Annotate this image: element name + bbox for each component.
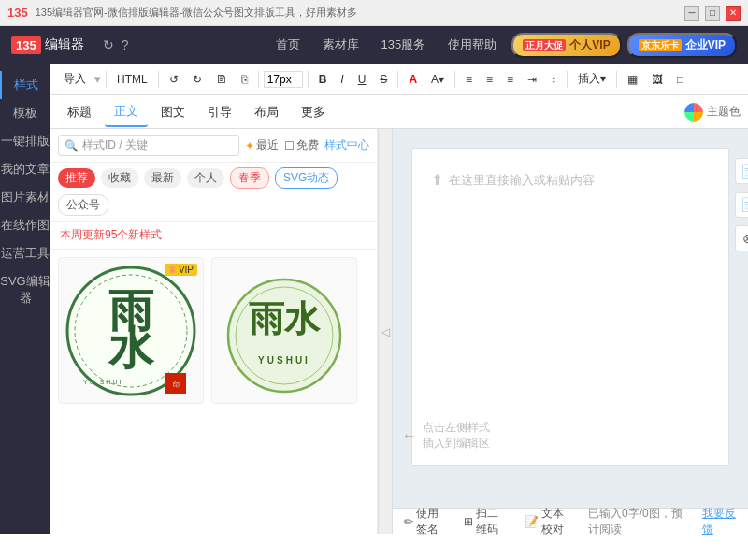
tab-guide[interactable]: 引导 xyxy=(198,98,241,126)
filter-gzh[interactable]: 公众号 xyxy=(58,194,108,216)
bottom-bar: ✏ 使用签名 ⊞ 扫二维码 📝 文本校对 已输入0字/0图，预计阅读 我要反馈 xyxy=(393,508,748,534)
nav-assets[interactable]: 素材库 xyxy=(323,36,359,53)
sidebar-item-onekey[interactable]: 一键排版 xyxy=(0,127,50,155)
editor-icon-doc2[interactable]: 📄 xyxy=(735,192,748,218)
svg-text:YUSHUI: YUSHUI xyxy=(258,355,310,366)
enterprise-vip-button[interactable]: 京东乐卡企业VIP xyxy=(627,33,737,58)
sidebar-item-style[interactable]: 样式 xyxy=(0,71,50,99)
update-notice: 本周更新95个新样式 xyxy=(50,222,377,250)
fontsize-input[interactable] xyxy=(264,71,303,88)
underline-button[interactable]: U xyxy=(352,71,372,88)
filter-personal[interactable]: 个人 xyxy=(187,168,224,188)
maximize-button[interactable]: □ xyxy=(705,6,720,21)
search-input-wrap[interactable]: 🔍 样式ID / 关键 xyxy=(58,135,239,156)
undo-button[interactable]: ↺ xyxy=(164,71,184,88)
table-button[interactable]: ▦ xyxy=(622,71,643,88)
insert-hint: ← 点击左侧样式插入到编辑区 xyxy=(402,420,490,452)
style-center-button[interactable]: 样式中心 xyxy=(324,137,369,153)
filter-spring[interactable]: 春季 xyxy=(230,167,269,189)
editor-paper[interactable]: ⬆ 在这里直接输入或粘贴内容 📄 📄 ⊗ xyxy=(411,148,729,466)
tab-content[interactable]: 正文 xyxy=(105,97,148,127)
personal-vip-button[interactable]: 正月大促个人VIP xyxy=(511,33,621,58)
qrcode-button[interactable]: ⊞ 扫二维码 xyxy=(464,506,509,538)
sign-button[interactable]: ✏ 使用签名 xyxy=(404,506,449,538)
sidebar-item-svg[interactable]: SVG编辑器 xyxy=(0,267,50,312)
sidebar-item-images[interactable]: 图片素材 xyxy=(0,183,50,211)
tab-more[interactable]: 更多 xyxy=(292,98,335,126)
art-svg-2: 雨水 YUSHUI xyxy=(214,261,354,401)
filter-svg-anim[interactable]: SVG动态 xyxy=(275,167,338,189)
sidebar-item-template[interactable]: 模板 xyxy=(0,99,50,127)
upload-icon: ⬆ xyxy=(431,171,443,189)
personal-vip-badge: 正月大促 xyxy=(523,39,566,51)
tab-image-text[interactable]: 图文 xyxy=(151,98,194,126)
minimize-button[interactable]: ─ xyxy=(684,6,699,21)
editor-icon-doc1[interactable]: 📄 xyxy=(735,158,748,184)
font-color-button[interactable]: A xyxy=(403,71,423,88)
search-icon: 🔍 xyxy=(65,139,79,152)
svg-text:印: 印 xyxy=(173,381,180,388)
enterprise-vip-badge: 京东乐卡 xyxy=(639,39,682,51)
sidebar: 样式 模板 一键排版 我的文章 图片素材 在线作图 运营工具 SVG编辑器 xyxy=(0,64,50,534)
nav-help[interactable]: 使用帮助 xyxy=(448,36,496,53)
filter-favorites[interactable]: 收藏 xyxy=(101,168,138,188)
titlebar: 135 135编辑器官网-微信排版编辑器-微信公众号图文排版工具，好用素材多 ─… xyxy=(0,0,748,26)
insert-button[interactable]: 插入▾ xyxy=(572,69,611,89)
filter-bar: 推荐 收藏 最新 个人 春季 SVG动态 公众号 xyxy=(50,163,377,222)
wand-icon: ✦ xyxy=(245,139,254,152)
recent-button[interactable]: ✦ 最近 xyxy=(245,137,279,153)
more-toolbar-button[interactable]: □ xyxy=(671,71,689,88)
toolbar-sep5 xyxy=(397,71,398,88)
style-card-1[interactable]: ♛ VIP 雨 水 xyxy=(58,257,204,404)
align-left-button[interactable]: ≡ xyxy=(460,71,478,88)
align-center-button[interactable]: ≡ xyxy=(481,71,498,88)
panel-toggle[interactable]: ◁ xyxy=(378,129,393,534)
toolbar-sep3 xyxy=(258,71,259,88)
line-spacing-button[interactable]: ↕ xyxy=(545,71,562,88)
proofread-button[interactable]: 📝 文本校对 xyxy=(525,506,573,538)
sidebar-item-myarticle[interactable]: 我的文章 xyxy=(0,155,50,183)
nav-service[interactable]: 135服务 xyxy=(381,36,426,53)
panel-area: 🔍 样式ID / 关键 ✦ 最近 ☐ 免费 样式中心 推荐 xyxy=(50,129,748,534)
tab-layout[interactable]: 布局 xyxy=(245,98,288,126)
feedback-button[interactable]: 我要反馈 xyxy=(702,506,737,538)
style-card-2[interactable]: 雨水 YUSHUI xyxy=(211,257,357,404)
import-button[interactable]: 导入 xyxy=(58,69,92,89)
italic-button[interactable]: I xyxy=(335,71,349,88)
image-button[interactable]: 🖼 xyxy=(646,71,669,88)
filter-recommended[interactable]: 推荐 xyxy=(58,168,95,188)
titlebar-title: 135编辑器官网-微信排版编辑器-微信公众号图文排版工具，好用素材多 xyxy=(36,6,684,20)
redo-button[interactable]: ↻ xyxy=(187,71,208,88)
toolbar: 导入 ▾ HTML ↺ ↻ 🖹 ⎘ B I U S A A▾ ≡ xyxy=(50,64,748,95)
sidebar-item-operations[interactable]: 运营工具 xyxy=(0,239,50,267)
crown-icon: ♛ xyxy=(168,265,177,275)
left-panel: 🔍 样式ID / 关键 ✦ 最近 ☐ 免费 样式中心 推荐 xyxy=(50,129,378,534)
tab-title[interactable]: 标题 xyxy=(58,98,101,126)
close-button[interactable]: ✕ xyxy=(726,6,741,21)
status-text: 已输入0字/0图，预计阅读 xyxy=(588,506,687,538)
help-button[interactable]: ? xyxy=(122,37,129,52)
editor-icon-close[interactable]: ⊗ xyxy=(735,225,748,251)
right-panel: ⬆ 在这里直接输入或粘贴内容 📄 📄 ⊗ ← 点击左侧样式插入 xyxy=(393,129,748,534)
checkbox-icon: ☐ xyxy=(284,139,295,152)
refresh-button[interactable]: ↻ xyxy=(103,37,114,52)
bold-button[interactable]: B xyxy=(313,71,333,88)
indent-button[interactable]: ⇥ xyxy=(522,71,542,88)
clear-button[interactable]: 🖹 xyxy=(210,71,233,88)
strike-button[interactable]: S xyxy=(374,71,393,88)
sidebar-item-drawing[interactable]: 在线作图 xyxy=(0,211,50,239)
check-icon: 📝 xyxy=(525,515,539,528)
highlight-button[interactable]: A▾ xyxy=(425,71,450,88)
copy-button[interactable]: ⎘ xyxy=(236,71,253,88)
free-button[interactable]: ☐ 免费 xyxy=(284,137,319,153)
toolbar-sep4 xyxy=(308,71,309,88)
logo-text-nav: 编辑器 xyxy=(45,36,84,53)
theme-color-button[interactable]: 主题色 xyxy=(684,103,741,122)
html-button[interactable]: HTML xyxy=(111,71,153,88)
filter-latest[interactable]: 最新 xyxy=(144,168,181,188)
vip-buttons: 正月大促个人VIP 京东乐卡企业VIP xyxy=(511,33,737,58)
titlebar-controls: ─ □ ✕ xyxy=(684,6,741,21)
nav-home[interactable]: 首页 xyxy=(276,36,300,53)
align-right-button[interactable]: ≡ xyxy=(501,71,519,88)
bottom-right: 已输入0字/0图，预计阅读 我要反馈 xyxy=(588,506,737,538)
